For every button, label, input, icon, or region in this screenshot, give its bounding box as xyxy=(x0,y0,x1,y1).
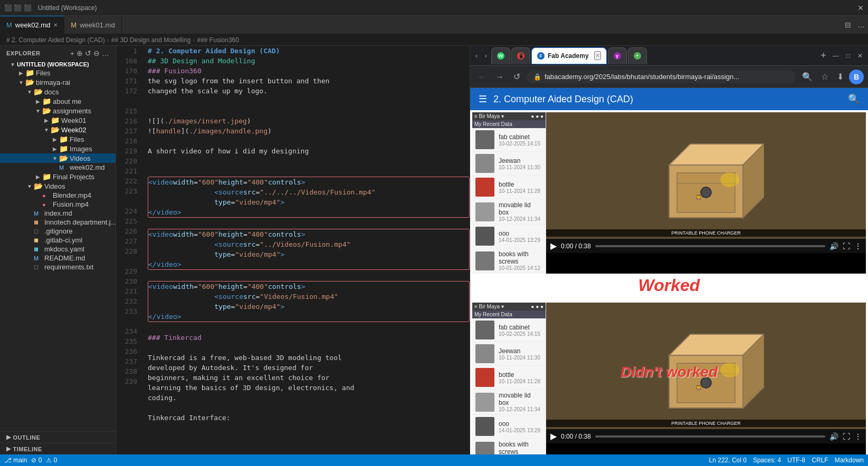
browser-forward-nav[interactable]: › xyxy=(482,50,490,62)
files-label: Files xyxy=(36,69,116,77)
sidebar-item-files2[interactable]: ▶ 📁 Files xyxy=(0,134,116,144)
browser-tab-1[interactable]: W xyxy=(491,47,510,64)
more-actions-btn[interactable]: … xyxy=(854,16,868,34)
close-fab-tab[interactable]: ✕ xyxy=(594,51,601,60)
sidebar-item-week02md[interactable]: M week02.md xyxy=(0,163,116,172)
refresh-explorer-btn[interactable]: ↺ xyxy=(85,49,91,57)
menu-btn[interactable]: ☰ xyxy=(479,93,487,105)
browser-maximize[interactable]: □ xyxy=(843,50,853,62)
new-browser-tab-btn[interactable]: + xyxy=(818,49,828,62)
fusion-item2-jeewan[interactable]: Jeewan 10-11-2024 11:30 xyxy=(472,342,546,366)
code-line-235 xyxy=(148,323,470,333)
status-bar-right: Ln 222, Col 0 Spaces: 4 UTF-8 CRLF Markd… xyxy=(709,457,864,464)
browser-tab-phone[interactable]: 📱 xyxy=(511,47,530,64)
warning-count[interactable]: ⚠ 0 xyxy=(46,457,57,464)
timeline-label[interactable]: ▶ TIMELINE xyxy=(0,443,116,454)
fullscreen-btn-1[interactable]: ⛶ xyxy=(843,242,850,250)
download-btn[interactable]: ⬇ xyxy=(834,70,847,84)
address-bar[interactable]: 🔒 fabacademy.org/2025/labs/bhutan/studen… xyxy=(527,70,796,83)
split-editor-btn[interactable]: ⊟ xyxy=(842,16,854,34)
sidebar-item-images[interactable]: ▶ 📁 Images xyxy=(0,144,116,153)
back-btn[interactable]: ← xyxy=(474,70,489,84)
sidebar-item-innotech[interactable]: ◼ Innotech department.j... xyxy=(0,218,116,227)
play-btn-1[interactable]: ▶ xyxy=(550,241,557,251)
line-numbers: 1 168 170 171 172 - 215 216 217 218 219 … xyxy=(116,46,141,454)
more-btn-1[interactable]: ⋮ xyxy=(854,242,862,250)
browser-nav-bar: ← → ↺ 🔒 fabacademy.org/2025/labs/bhutan/… xyxy=(470,66,868,88)
close-tab-week02[interactable]: ✕ xyxy=(53,22,58,28)
fusion-item-ooo[interactable]: ooo 14-01-2025 13:29 xyxy=(472,225,546,248)
line-col-info[interactable]: Ln 222, Col 0 xyxy=(709,457,747,464)
forward-btn[interactable]: → xyxy=(492,70,507,84)
encoding-info[interactable]: UTF-8 xyxy=(787,457,805,464)
fusion-item2-bottle[interactable]: bottle 10-11-2024 11:28 xyxy=(472,366,546,390)
fusion-item2-lid[interactable]: movable lid box 10-12-2024 11:34 xyxy=(472,390,546,415)
reload-btn[interactable]: ↺ xyxy=(510,70,523,84)
new-file-btn[interactable]: + xyxy=(70,49,74,57)
vol-btn-1[interactable]: 🔊 xyxy=(829,242,838,250)
browser-back-nav[interactable]: ‹ xyxy=(472,50,481,62)
browser-tab-gamma[interactable]: γ xyxy=(608,47,627,64)
fusion-item2-ooo[interactable]: ooo 14-01-2025 13:29 xyxy=(472,415,546,439)
progress-bar-2[interactable] xyxy=(595,435,825,438)
new-folder-btn[interactable]: ⊕ xyxy=(77,49,83,57)
sidebar-item-gitlab[interactable]: ◼ .gitlab-ci.yml xyxy=(0,236,116,245)
eol-info[interactable]: CRLF xyxy=(812,457,828,464)
sidebar-item-blender[interactable]: ● Blender.mp4 xyxy=(0,191,116,200)
fusion-item-lid-box[interactable]: movable lid box 10-12-2024 11:34 xyxy=(472,199,546,225)
breadcrumb-3[interactable]: ### Fusion360 xyxy=(197,36,239,44)
search-page-btn[interactable]: 🔍 xyxy=(799,70,816,84)
sidebar-item-files[interactable]: ▶ 📁 Files xyxy=(0,68,116,77)
sidebar-item-index[interactable]: M index.md xyxy=(0,209,116,218)
fusion-item2-books[interactable]: books with screws 10-01-2025 14:12 xyxy=(472,439,546,454)
sidebar-item-about-me[interactable]: ▶ 📁 about me xyxy=(0,96,116,106)
outline-label[interactable]: ▶ OUTLINE xyxy=(0,432,116,443)
browser-close[interactable]: ✕ xyxy=(854,50,866,62)
fusion-item-jeewan[interactable]: Jeewan 10-11-2024 11:30 xyxy=(472,152,546,176)
tab-week02md[interactable]: M week02.md ✕ xyxy=(0,16,64,34)
sidebar-item-week02[interactable]: ▼ 📂 Week02 xyxy=(0,125,116,134)
sidebar-item-birmaya-rai[interactable]: ▼ 📂 birmaya-rai xyxy=(0,77,116,87)
sidebar-item-readme[interactable]: M README.md xyxy=(0,254,116,263)
sidebar-item-gitignore[interactable]: ◻ .gitignore xyxy=(0,227,116,236)
profile-btn[interactable]: B xyxy=(849,70,864,84)
collapse-all-btn[interactable]: ⊖ xyxy=(93,49,100,57)
code-content[interactable]: # 2. Computer Aided Design (CAD) ## 3D D… xyxy=(141,46,470,454)
sidebar-item-requirements[interactable]: ◻ requirements.txt xyxy=(0,263,116,271)
fusion-item-books[interactable]: books with screws 10-01-2025 14:12 xyxy=(472,248,546,274)
code-line-170: ### Fusion360 xyxy=(148,66,470,76)
fusion-item-bottle[interactable]: bottle 10-11-2024 11:28 xyxy=(472,176,546,199)
spaces-info[interactable]: Spaces: 4 xyxy=(753,457,781,464)
browser-tab-more[interactable]: + xyxy=(628,47,647,64)
breadcrumb-2[interactable]: ## 3D Design and Modelling xyxy=(111,36,191,44)
sidebar-item-docs[interactable]: ▼ 📂 docs xyxy=(0,87,116,96)
window-close-btn[interactable]: ✕ xyxy=(857,4,864,12)
tab-week01md[interactable]: M week01.md xyxy=(64,16,121,34)
git-branch[interactable]: ⎇ main xyxy=(4,457,27,464)
language-info[interactable]: Markdown xyxy=(835,457,864,464)
workspace-root[interactable]: ▼ UNTITLED (WORKSPACE) xyxy=(0,61,116,68)
browser-minimize[interactable]: — xyxy=(829,50,842,62)
sidebar-item-final-projects[interactable]: ▶ 📁 Final Projects xyxy=(0,172,116,181)
more-btn-2[interactable]: ⋮ xyxy=(854,432,862,441)
browser-tab-fab[interactable]: F Fab Academy ✕ xyxy=(531,47,607,64)
error-count[interactable]: ⊘ 0 xyxy=(31,457,42,464)
fusion-item-fab-cabinet[interactable]: fab cabinet 10-02-2025 14:15 xyxy=(472,128,546,152)
more-explorer-btn[interactable]: … xyxy=(102,49,109,57)
fullscreen-btn-2[interactable]: ⛶ xyxy=(843,432,850,441)
timeline-arrow: ▶ xyxy=(6,445,11,452)
play-btn-2[interactable]: ▶ xyxy=(550,431,557,441)
sidebar-item-videos2[interactable]: ▼ 📂 Videos xyxy=(0,181,116,191)
code-line-239: developed by Autodesk. It's designed for xyxy=(148,363,470,373)
page-search-btn[interactable]: 🔍 xyxy=(848,93,860,105)
breadcrumb-1[interactable]: # 2. Computer Aided Design (CAD) xyxy=(6,36,105,44)
fusion-item2-fab[interactable]: fab cabinet 10-02-2025 14:15 xyxy=(472,318,546,342)
sidebar-item-fusion[interactable]: ● Fusion.mp4 xyxy=(0,200,116,209)
sidebar-item-week01[interactable]: ▶ 📁 Week01 xyxy=(0,115,116,125)
sidebar-item-mkdocs[interactable]: ◼ mkdocs.yaml xyxy=(0,245,116,254)
bookmark-btn[interactable]: ☆ xyxy=(818,70,832,84)
progress-bar-1[interactable] xyxy=(595,245,825,247)
vol-btn-2[interactable]: 🔊 xyxy=(829,432,838,441)
sidebar-item-videos[interactable]: ▼ 📂 Videos xyxy=(0,153,116,163)
sidebar-item-assignments[interactable]: ▼ 📂 assignments xyxy=(0,106,116,115)
